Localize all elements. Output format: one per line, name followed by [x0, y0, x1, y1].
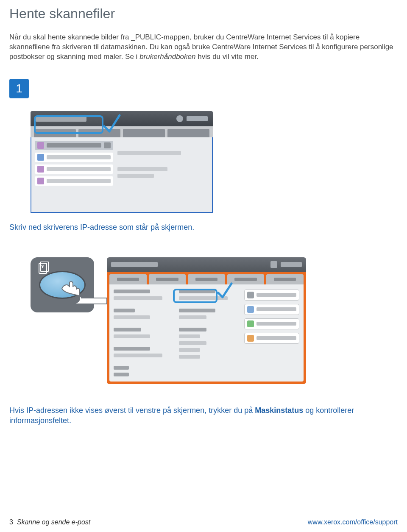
folder-icon — [37, 142, 44, 149]
side-buttons — [244, 290, 299, 376]
side-button — [244, 318, 299, 329]
text-placeholder — [114, 309, 135, 312]
checkmark-icon — [216, 281, 234, 301]
label-placeholder — [47, 143, 101, 148]
label-placeholder — [256, 307, 296, 311]
label-placeholder — [256, 293, 296, 297]
document-icon — [38, 262, 49, 274]
panel-body — [109, 284, 304, 382]
title-placeholder — [111, 262, 158, 267]
text-placeholder — [114, 334, 150, 338]
button-icon — [247, 335, 254, 342]
control-panel-screen — [107, 257, 306, 384]
user-label-placeholder — [281, 262, 302, 267]
tab-placeholder — [266, 274, 304, 284]
button-icon — [247, 292, 254, 298]
text-placeholder — [114, 290, 150, 293]
text-placeholder — [114, 315, 150, 319]
text-placeholder — [179, 355, 200, 359]
text-placeholder — [114, 347, 150, 351]
final-bold: Maskinstatus — [255, 406, 303, 415]
label-placeholder — [256, 322, 296, 326]
text-placeholder — [179, 309, 215, 312]
label-placeholder — [156, 278, 178, 281]
text-placeholder — [114, 328, 141, 331]
item-icon — [37, 154, 44, 161]
side-button — [244, 333, 299, 344]
text-placeholder — [179, 348, 200, 352]
user-label-placeholder — [187, 116, 208, 121]
text-placeholder — [114, 296, 162, 300]
label-placeholder — [117, 278, 139, 281]
user-icon — [176, 115, 183, 122]
app-body — [31, 137, 213, 213]
user-icon — [270, 261, 277, 268]
dropdown-row — [35, 141, 113, 150]
checkmark-icon — [102, 112, 123, 136]
tab-placeholder — [167, 129, 209, 137]
page-title: Hente skannefiler — [9, 6, 398, 22]
footer-title: Skanne og sende e-post — [17, 518, 90, 526]
panel-titlebar — [107, 257, 306, 272]
step-1-caption: Skriv ned skriverens IP-adresse som står… — [9, 223, 398, 232]
ip-field-highlight — [173, 289, 217, 303]
page-footer: 3 Skanne og sende e-post www.xerox.com/o… — [9, 518, 398, 526]
final-text-1: Hvis IP-adressen ikke vises øverst til v… — [9, 406, 255, 415]
info-column-1 — [114, 290, 175, 376]
hand-pointer-icon — [60, 281, 107, 305]
tab-placeholder — [109, 274, 147, 284]
intro-paragraph: Når du skal hente skannede bilder fra _P… — [9, 33, 398, 62]
text-placeholder — [117, 167, 168, 171]
chevron-down-icon — [104, 142, 111, 148]
item-icon — [37, 166, 44, 173]
screenshot-ip-location — [31, 111, 213, 213]
panel-tabs — [107, 272, 306, 284]
step-number-badge: 1 — [9, 79, 29, 98]
screenshot-machine-status — [31, 257, 398, 384]
text-placeholder — [179, 315, 206, 319]
label-placeholder — [47, 155, 111, 159]
tab-placeholder — [149, 274, 186, 284]
button-icon — [247, 306, 254, 313]
label-placeholder — [256, 336, 296, 340]
label-placeholder — [234, 278, 257, 281]
printer-button-illustration — [31, 257, 94, 312]
side-button — [244, 304, 299, 315]
final-caption: Hvis IP-adressen ikke vises øverst til v… — [9, 405, 398, 426]
item-icon — [37, 178, 44, 184]
label-placeholder — [195, 278, 218, 281]
list-item — [35, 153, 113, 162]
intro-italic: brukerhåndboken — [139, 53, 195, 61]
list-item — [35, 176, 113, 186]
text-placeholder — [179, 341, 206, 345]
intro-text-2: hvis du vil vite mer. — [195, 53, 258, 61]
page-number: 3 — [9, 518, 13, 526]
label-placeholder — [47, 167, 111, 171]
text-placeholder — [179, 328, 206, 331]
tab-placeholder — [123, 129, 165, 137]
text-placeholder — [114, 366, 129, 370]
list-item — [35, 164, 113, 174]
button-icon — [247, 320, 254, 327]
label-placeholder — [274, 278, 296, 281]
ip-highlight-box — [34, 115, 103, 134]
text-placeholder — [179, 334, 200, 338]
footer-url: www.xerox.com/office/support — [308, 518, 398, 526]
left-list — [35, 141, 113, 209]
text-placeholder — [117, 174, 154, 178]
side-button — [244, 290, 299, 301]
label-placeholder — [47, 179, 111, 183]
text-placeholder — [114, 354, 162, 357]
text-placeholder — [117, 151, 181, 155]
text-placeholder — [114, 373, 129, 376]
detail-pane — [117, 141, 209, 209]
